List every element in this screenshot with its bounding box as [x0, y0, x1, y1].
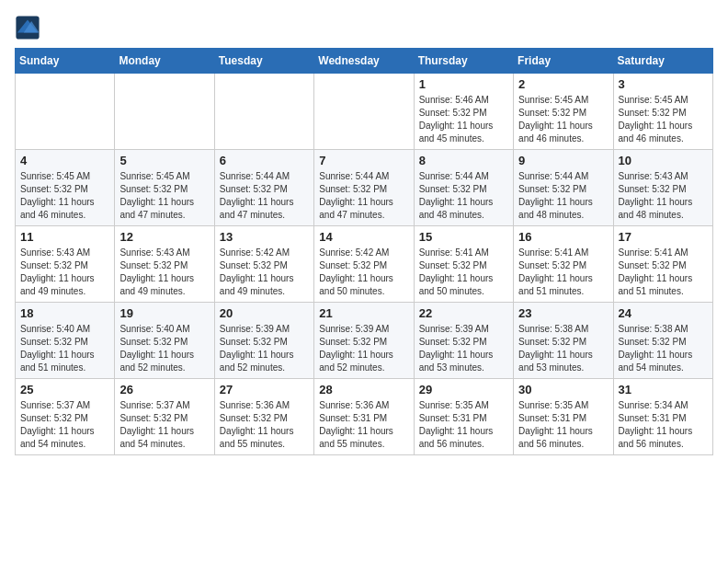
calendar-cell: 27Sunrise: 5:36 AM Sunset: 5:32 PM Dayli… [214, 379, 313, 455]
day-number: 28 [319, 383, 408, 396]
weekday-header-monday: Monday [115, 49, 214, 74]
day-info: Sunrise: 5:41 AM Sunset: 5:32 PM Dayligh… [518, 247, 608, 298]
day-info: Sunrise: 5:44 AM Sunset: 5:32 PM Dayligh… [319, 170, 408, 222]
day-info: Sunrise: 5:35 AM Sunset: 5:31 PM Dayligh… [419, 399, 508, 451]
day-number: 10 [619, 154, 708, 167]
day-info: Sunrise: 5:34 AM Sunset: 5:31 PM Dayligh… [619, 399, 708, 451]
day-info: Sunrise: 5:45 AM Sunset: 5:32 PM Dayligh… [20, 170, 109, 222]
calendar-cell: 31Sunrise: 5:34 AM Sunset: 5:31 PM Dayli… [613, 379, 712, 455]
calendar-cell: 1Sunrise: 5:46 AM Sunset: 5:32 PM Daylig… [414, 74, 513, 150]
day-info: Sunrise: 5:37 AM Sunset: 5:32 PM Dayligh… [20, 399, 109, 451]
day-info: Sunrise: 5:43 AM Sunset: 5:32 PM Dayligh… [119, 247, 209, 298]
day-number: 2 [518, 77, 608, 91]
day-info: Sunrise: 5:43 AM Sunset: 5:32 PM Dayligh… [619, 170, 708, 222]
day-number: 20 [220, 306, 309, 320]
day-number: 31 [619, 383, 708, 396]
day-number: 25 [20, 383, 109, 396]
weekday-header-saturday: Saturday [613, 49, 712, 74]
logo-icon [15, 15, 40, 40]
day-number: 21 [319, 306, 408, 320]
day-info: Sunrise: 5:42 AM Sunset: 5:32 PM Dayligh… [220, 247, 309, 298]
day-info: Sunrise: 5:36 AM Sunset: 5:32 PM Dayligh… [220, 399, 309, 451]
day-number: 14 [319, 230, 408, 244]
day-info: Sunrise: 5:42 AM Sunset: 5:32 PM Dayligh… [319, 247, 408, 298]
calendar-cell: 8Sunrise: 5:44 AM Sunset: 5:32 PM Daylig… [414, 150, 513, 226]
day-info: Sunrise: 5:40 AM Sunset: 5:32 PM Dayligh… [119, 323, 209, 374]
day-info: Sunrise: 5:38 AM Sunset: 5:32 PM Dayligh… [619, 323, 708, 374]
day-info: Sunrise: 5:44 AM Sunset: 5:32 PM Dayligh… [220, 170, 309, 222]
day-number: 7 [319, 154, 408, 167]
calendar-header: SundayMondayTuesdayWednesdayThursdayFrid… [16, 49, 713, 74]
weekday-header-thursday: Thursday [414, 49, 513, 74]
calendar-cell: 11Sunrise: 5:43 AM Sunset: 5:32 PM Dayli… [16, 226, 115, 303]
calendar-cell [115, 74, 214, 150]
calendar-cell: 4Sunrise: 5:45 AM Sunset: 5:32 PM Daylig… [16, 150, 115, 226]
day-info: Sunrise: 5:39 AM Sunset: 5:32 PM Dayligh… [220, 323, 309, 374]
calendar-cell: 2Sunrise: 5:45 AM Sunset: 5:32 PM Daylig… [514, 74, 613, 150]
day-number: 11 [20, 230, 109, 244]
day-number: 27 [220, 383, 309, 396]
calendar-cell: 18Sunrise: 5:40 AM Sunset: 5:32 PM Dayli… [16, 303, 115, 379]
day-info: Sunrise: 5:36 AM Sunset: 5:31 PM Dayligh… [319, 399, 408, 451]
day-number: 23 [518, 306, 608, 320]
calendar-table: SundayMondayTuesdayWednesdayThursdayFrid… [15, 48, 713, 455]
calendar-cell: 13Sunrise: 5:42 AM Sunset: 5:32 PM Dayli… [214, 226, 313, 303]
calendar-cell [314, 74, 414, 150]
calendar-cell: 12Sunrise: 5:43 AM Sunset: 5:32 PM Dayli… [115, 226, 214, 303]
calendar-body: 1Sunrise: 5:46 AM Sunset: 5:32 PM Daylig… [16, 74, 713, 455]
day-number: 15 [419, 230, 508, 244]
day-number: 26 [119, 383, 209, 396]
weekday-header-friday: Friday [514, 49, 613, 74]
calendar-cell: 14Sunrise: 5:42 AM Sunset: 5:32 PM Dayli… [314, 226, 414, 303]
day-number: 19 [119, 306, 209, 320]
day-info: Sunrise: 5:43 AM Sunset: 5:32 PM Dayligh… [20, 247, 109, 298]
day-info: Sunrise: 5:39 AM Sunset: 5:32 PM Dayligh… [319, 323, 408, 374]
day-info: Sunrise: 5:45 AM Sunset: 5:32 PM Dayligh… [619, 94, 708, 145]
calendar-cell: 21Sunrise: 5:39 AM Sunset: 5:32 PM Dayli… [314, 303, 414, 379]
day-number: 8 [419, 154, 508, 167]
calendar-cell: 17Sunrise: 5:41 AM Sunset: 5:32 PM Dayli… [613, 226, 712, 303]
calendar-cell: 3Sunrise: 5:45 AM Sunset: 5:32 PM Daylig… [613, 74, 712, 150]
calendar-cell: 24Sunrise: 5:38 AM Sunset: 5:32 PM Dayli… [613, 303, 712, 379]
day-info: Sunrise: 5:45 AM Sunset: 5:32 PM Dayligh… [518, 94, 608, 145]
calendar-week-5: 25Sunrise: 5:37 AM Sunset: 5:32 PM Dayli… [16, 379, 713, 455]
weekday-header-tuesday: Tuesday [214, 49, 313, 74]
logo [15, 15, 44, 40]
day-number: 3 [619, 77, 708, 91]
day-number: 4 [20, 154, 109, 167]
weekday-header-sunday: Sunday [16, 49, 115, 74]
calendar-cell [16, 74, 115, 150]
calendar-cell: 25Sunrise: 5:37 AM Sunset: 5:32 PM Dayli… [16, 379, 115, 455]
weekday-header-wednesday: Wednesday [314, 49, 414, 74]
calendar-cell: 15Sunrise: 5:41 AM Sunset: 5:32 PM Dayli… [414, 226, 513, 303]
calendar-cell: 7Sunrise: 5:44 AM Sunset: 5:32 PM Daylig… [314, 150, 414, 226]
page-header [15, 15, 713, 40]
calendar-cell: 28Sunrise: 5:36 AM Sunset: 5:31 PM Dayli… [314, 379, 414, 455]
day-number: 5 [119, 154, 209, 167]
calendar-cell: 16Sunrise: 5:41 AM Sunset: 5:32 PM Dayli… [514, 226, 613, 303]
calendar-cell: 20Sunrise: 5:39 AM Sunset: 5:32 PM Dayli… [214, 303, 313, 379]
day-info: Sunrise: 5:44 AM Sunset: 5:32 PM Dayligh… [518, 170, 608, 222]
day-info: Sunrise: 5:46 AM Sunset: 5:32 PM Dayligh… [419, 94, 508, 145]
day-info: Sunrise: 5:39 AM Sunset: 5:32 PM Dayligh… [419, 323, 508, 374]
calendar-cell: 6Sunrise: 5:44 AM Sunset: 5:32 PM Daylig… [214, 150, 313, 226]
calendar-week-2: 4Sunrise: 5:45 AM Sunset: 5:32 PM Daylig… [16, 150, 713, 226]
day-number: 6 [220, 154, 309, 167]
calendar-week-3: 11Sunrise: 5:43 AM Sunset: 5:32 PM Dayli… [16, 226, 713, 303]
calendar-cell: 29Sunrise: 5:35 AM Sunset: 5:31 PM Dayli… [414, 379, 513, 455]
day-number: 24 [619, 306, 708, 320]
calendar-week-1: 1Sunrise: 5:46 AM Sunset: 5:32 PM Daylig… [16, 74, 713, 150]
calendar-cell: 10Sunrise: 5:43 AM Sunset: 5:32 PM Dayli… [613, 150, 712, 226]
calendar-cell: 22Sunrise: 5:39 AM Sunset: 5:32 PM Dayli… [414, 303, 513, 379]
day-info: Sunrise: 5:37 AM Sunset: 5:32 PM Dayligh… [119, 399, 209, 451]
day-info: Sunrise: 5:44 AM Sunset: 5:32 PM Dayligh… [419, 170, 508, 222]
day-info: Sunrise: 5:45 AM Sunset: 5:32 PM Dayligh… [119, 170, 209, 222]
calendar-cell [214, 74, 313, 150]
day-info: Sunrise: 5:38 AM Sunset: 5:32 PM Dayligh… [518, 323, 608, 374]
calendar-cell: 30Sunrise: 5:35 AM Sunset: 5:31 PM Dayli… [514, 379, 613, 455]
day-number: 1 [419, 77, 508, 91]
day-number: 17 [619, 230, 708, 244]
day-info: Sunrise: 5:41 AM Sunset: 5:32 PM Dayligh… [419, 247, 508, 298]
weekday-header-row: SundayMondayTuesdayWednesdayThursdayFrid… [16, 49, 713, 74]
day-info: Sunrise: 5:41 AM Sunset: 5:32 PM Dayligh… [619, 247, 708, 298]
